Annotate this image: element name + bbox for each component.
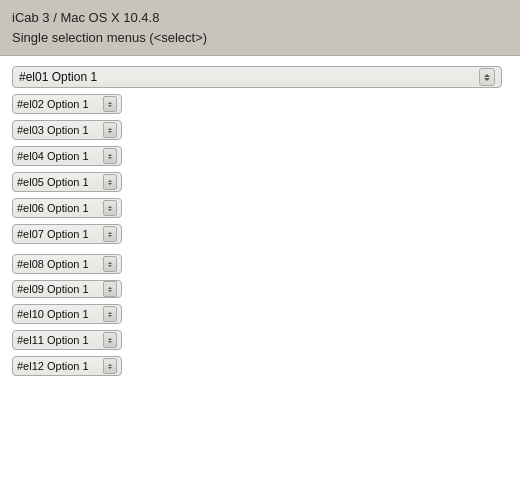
select-label-el12: #el12 Option 1 <box>17 360 100 372</box>
arrow-down-icon <box>108 341 112 343</box>
spinner-el11[interactable] <box>103 332 117 348</box>
spinner-el01[interactable] <box>479 68 495 86</box>
select-el01[interactable]: #el01 Option 1 <box>12 66 502 88</box>
select-el08[interactable]: #el08 Option 1 <box>12 254 122 274</box>
arrow-up-icon <box>108 262 112 264</box>
spinner-el06[interactable] <box>103 200 117 216</box>
select-label-el08: #el08 Option 1 <box>17 258 100 270</box>
spinner-el04[interactable] <box>103 148 117 164</box>
select-row-el04: #el04 Option 1 <box>12 146 508 166</box>
select-el07[interactable]: #el07 Option 1 <box>12 224 122 244</box>
header-title-line1: iCab 3 / Mac OS X 10.4.8 <box>12 8 508 28</box>
arrow-up-icon <box>108 312 112 314</box>
spinner-el02[interactable] <box>103 96 117 112</box>
select-row-el08: #el08 Option 1 <box>12 254 508 274</box>
select-el04[interactable]: #el04 Option 1 <box>12 146 122 166</box>
select-label-el02: #el02 Option 1 <box>17 98 100 110</box>
select-el12[interactable]: #el12 Option 1 <box>12 356 122 376</box>
spinner-el07[interactable] <box>103 226 117 242</box>
arrow-down-icon <box>108 315 112 317</box>
select-el06[interactable]: #el06 Option 1 <box>12 198 122 218</box>
select-row-el09: #el09 Option 1 <box>12 280 508 298</box>
select-row-el06: #el06 Option 1 <box>12 198 508 218</box>
spinner-el09[interactable] <box>103 281 117 297</box>
select-row-el12: #el12 Option 1 <box>12 356 508 376</box>
arrow-down-icon <box>108 157 112 159</box>
header: iCab 3 / Mac OS X 10.4.8 Single selectio… <box>0 0 520 56</box>
spinner-el12[interactable] <box>103 358 117 374</box>
select-label-el07: #el07 Option 1 <box>17 228 100 240</box>
select-el09[interactable]: #el09 Option 1 <box>12 280 122 298</box>
arrow-down-icon <box>108 290 112 292</box>
spinner-el05[interactable] <box>103 174 117 190</box>
arrow-up-icon <box>108 154 112 156</box>
arrow-up-icon <box>108 180 112 182</box>
arrow-up-icon <box>484 74 490 77</box>
select-row-el11: #el11 Option 1 <box>12 330 508 350</box>
select-el03[interactable]: #el03 Option 1 <box>12 120 122 140</box>
select-label-el04: #el04 Option 1 <box>17 150 100 162</box>
arrow-down-icon <box>484 78 490 81</box>
select-label-el05: #el05 Option 1 <box>17 176 100 188</box>
arrow-down-icon <box>108 235 112 237</box>
select-el11[interactable]: #el11 Option 1 <box>12 330 122 350</box>
select-row-el02: #el02 Option 1 <box>12 94 508 114</box>
select-row-el05: #el05 Option 1 <box>12 172 508 192</box>
arrow-up-icon <box>108 364 112 366</box>
select-el10[interactable]: #el10 Option 1 <box>12 304 122 324</box>
arrow-up-icon <box>108 338 112 340</box>
content-area: #el01 Option 1#el02 Option 1#el03 Option… <box>0 56 520 500</box>
arrow-up-icon <box>108 102 112 104</box>
arrow-up-icon <box>108 128 112 130</box>
select-row-el03: #el03 Option 1 <box>12 120 508 140</box>
select-label-el09: #el09 Option 1 <box>17 283 100 295</box>
select-label-el03: #el03 Option 1 <box>17 124 100 136</box>
arrow-down-icon <box>108 183 112 185</box>
spinner-el10[interactable] <box>103 306 117 322</box>
select-el05[interactable]: #el05 Option 1 <box>12 172 122 192</box>
arrow-down-icon <box>108 209 112 211</box>
spinner-el03[interactable] <box>103 122 117 138</box>
arrow-down-icon <box>108 131 112 133</box>
arrow-down-icon <box>108 367 112 369</box>
arrow-down-icon <box>108 105 112 107</box>
select-row-el01: #el01 Option 1 <box>12 66 508 88</box>
select-label-el11: #el11 Option 1 <box>17 334 100 346</box>
arrow-up-icon <box>108 206 112 208</box>
arrow-up-icon <box>108 287 112 289</box>
arrow-up-icon <box>108 232 112 234</box>
select-row-el10: #el10 Option 1 <box>12 304 508 324</box>
header-title-line2: Single selection menus (<select>) <box>12 28 508 48</box>
spinner-el08[interactable] <box>103 256 117 272</box>
select-row-el07: #el07 Option 1 <box>12 224 508 244</box>
select-el02[interactable]: #el02 Option 1 <box>12 94 122 114</box>
select-label-el10: #el10 Option 1 <box>17 308 100 320</box>
select-label-el06: #el06 Option 1 <box>17 202 100 214</box>
arrow-down-icon <box>108 265 112 267</box>
select-label-el01: #el01 Option 1 <box>19 70 97 84</box>
